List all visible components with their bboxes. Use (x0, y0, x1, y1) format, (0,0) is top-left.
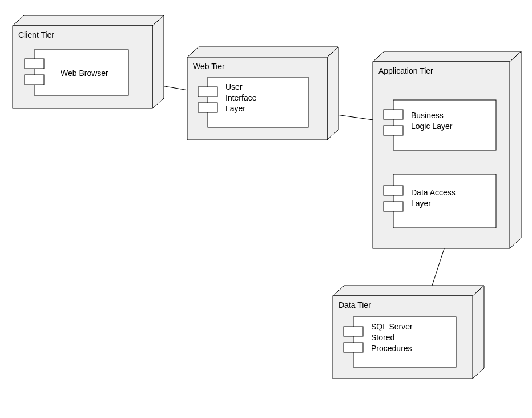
web-browser-label: Web Browser (61, 68, 108, 79)
svg-rect-9 (208, 77, 308, 127)
svg-rect-10 (198, 87, 217, 97)
sql-server-label: SQL Server Stored Procedures (371, 321, 413, 354)
deployment-diagram (0, 0, 532, 418)
svg-marker-13 (510, 51, 521, 248)
svg-marker-6 (187, 47, 338, 57)
svg-marker-0 (13, 15, 164, 26)
application-tier-label: Application Tier (378, 66, 433, 77)
svg-marker-1 (152, 15, 164, 108)
svg-rect-4 (25, 59, 44, 69)
svg-rect-25 (344, 327, 363, 336)
svg-rect-20 (384, 202, 403, 211)
svg-marker-7 (327, 47, 338, 140)
svg-rect-11 (198, 103, 217, 112)
svg-marker-21 (333, 286, 484, 296)
ui-layer-label: User Interface Layer (225, 82, 256, 114)
svg-rect-16 (384, 110, 403, 119)
data-tier-label: Data Tier (338, 300, 371, 311)
data-access-label: Data Access Layer (411, 187, 456, 209)
svg-rect-5 (25, 75, 44, 85)
svg-marker-22 (473, 286, 484, 379)
svg-rect-26 (344, 343, 363, 352)
svg-marker-12 (373, 51, 521, 62)
business-logic-label: Business Logic Layer (411, 110, 452, 132)
web-tier-label: Web Tier (193, 61, 225, 72)
svg-rect-17 (384, 126, 403, 135)
client-tier-label: Client Tier (18, 30, 54, 41)
svg-rect-19 (384, 186, 403, 195)
